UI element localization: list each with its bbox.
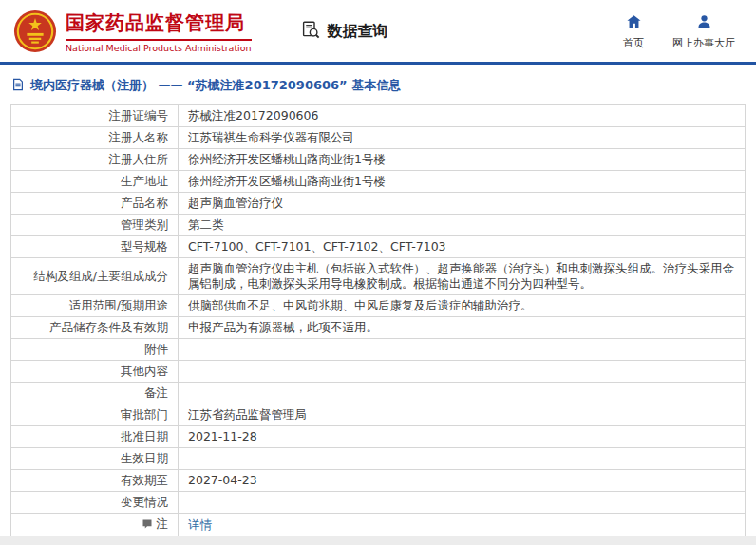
field-label: 有效期至 [11, 470, 179, 492]
field-value: 江苏瑞祺生命科学仪器有限公司 [179, 127, 746, 149]
field-value: 2027-04-23 [179, 470, 746, 492]
nav-home[interactable]: 首页 [623, 13, 644, 50]
brand-text: 国家药品监督管理局 National Medical Products Admi… [66, 10, 252, 53]
field-label: 注册证编号 [11, 105, 179, 127]
table-row: 注册人名称 江苏瑞祺生命科学仪器有限公司 [11, 127, 746, 149]
table-row: 有效期至 2027-04-23 [11, 470, 746, 492]
field-value [179, 492, 746, 514]
nav-service-hall[interactable]: 网上办事大厅 [672, 13, 735, 50]
field-label: 产品名称 [11, 193, 179, 215]
field-label: 批准日期 [11, 426, 179, 448]
field-value: 徐州经济开发区蟠桃山路商业街1号楼 [179, 171, 746, 193]
field-label: 备注 [11, 383, 179, 404]
data-query-title: 数据查询 [301, 20, 388, 44]
field-label: 生产地址 [11, 171, 179, 193]
table-row: 注册人住所 徐州经济开发区蟠桃山路商业街1号楼 [11, 149, 746, 171]
field-label: 管理类别 [11, 215, 179, 236]
field-value [179, 339, 746, 361]
detail-link[interactable]: 详情 [188, 517, 212, 532]
table-row: 其他内容 [11, 361, 746, 383]
site-header: 国家药品监督管理局 National Medical Products Admi… [0, 0, 756, 62]
nav-home-label: 首页 [623, 36, 644, 50]
nav-service-hall-label: 网上办事大厅 [672, 36, 735, 50]
field-label: 审批部门 [11, 404, 179, 426]
note-icon [142, 518, 153, 530]
field-value: 申报产品为有源器械，此项不适用。 [179, 317, 746, 339]
field-value: 2021-11-28 [179, 426, 746, 448]
field-label: 产品储存条件及有效期 [11, 317, 179, 339]
field-label: 结构及组成/主要组成成分 [11, 258, 179, 295]
field-value: 详情 [179, 514, 746, 537]
table-row: 结构及组成/主要组成成分 超声脑血管治疗仪由主机（包括嵌入式软件）、超声换能器（… [11, 258, 746, 295]
org-name-cn: 国家药品监督管理局 [66, 10, 252, 36]
data-query-label: 数据查询 [328, 22, 388, 42]
table-row: 生效日期 [11, 448, 746, 470]
field-label: 适用范围/预期用途 [11, 295, 179, 317]
data-query-icon [301, 20, 321, 44]
table-row: 附件 [11, 339, 746, 361]
brand-divider [66, 39, 252, 41]
table-row: 生产地址 徐州经济开发区蟠桃山路商业街1号楼 [11, 171, 746, 193]
field-value: CFT-7100、CFT-7101、CFT-7102、CFT-7103 [179, 236, 746, 258]
org-name-en: National Medical Products Administration [66, 43, 252, 53]
field-value: 徐州经济开发区蟠桃山路商业街1号楼 [179, 149, 746, 171]
field-label: 注 [11, 514, 179, 537]
field-label: 其他内容 [11, 361, 179, 383]
header-nav: 首页 网上办事大厅 [623, 13, 741, 50]
field-label: 注册人名称 [11, 127, 179, 149]
field-value: 第二类 [179, 215, 746, 236]
breadcrumb: 境内医疗器械（注册） —— “苏械注准20172090606” 基本信息 [0, 65, 756, 104]
note-label-text: 注 [157, 517, 169, 532]
document-icon [11, 78, 25, 94]
field-label: 型号规格 [11, 236, 179, 258]
field-value: 超声脑血管治疗仪由主机（包括嵌入式软件）、超声换能器（治疗头）和电刺激探头组成。… [179, 258, 746, 295]
table-row: 产品名称 超声脑血管治疗仪 [11, 193, 746, 215]
registration-info-table: 注册证编号 苏械注准20172090606 注册人名称 江苏瑞祺生命科学仪器有限… [10, 104, 746, 537]
table-row: 产品储存条件及有效期 申报产品为有源器械，此项不适用。 [11, 317, 746, 339]
field-value: 超声脑血管治疗仪 [179, 193, 746, 215]
table-row: 批准日期 2021-11-28 [11, 426, 746, 448]
home-icon [626, 13, 642, 32]
field-value [179, 383, 746, 404]
table-row: 审批部门 江苏省药品监督管理局 [11, 404, 746, 426]
field-label: 生效日期 [11, 448, 179, 470]
table-row-note: 注 详情 [11, 514, 746, 537]
field-label: 附件 [11, 339, 179, 361]
field-label: 注册人住所 [11, 149, 179, 171]
breadcrumb-text: 境内医疗器械（注册） —— “苏械注准20172090606” 基本信息 [30, 77, 401, 94]
field-value [179, 361, 746, 383]
field-label: 变更情况 [11, 492, 179, 514]
table-row: 型号规格 CFT-7100、CFT-7101、CFT-7102、CFT-7103 [11, 236, 746, 258]
field-value: 江苏省药品监督管理局 [179, 404, 746, 426]
person-icon [696, 13, 712, 32]
footer-strip [0, 536, 756, 545]
national-emblem-logo [13, 9, 57, 53]
table-row: 备注 [11, 383, 746, 404]
field-value [179, 448, 746, 470]
table-row: 管理类别 第二类 [11, 215, 746, 236]
field-value: 苏械注准20172090606 [179, 105, 746, 127]
table-row: 变更情况 [11, 492, 746, 514]
table-row: 注册证编号 苏械注准20172090606 [11, 105, 746, 127]
table-row: 适用范围/预期用途 供脑部供血不足、中风前兆期、中风后康复及后遗症的辅助治疗。 [11, 295, 746, 317]
field-value: 供脑部供血不足、中风前兆期、中风后康复及后遗症的辅助治疗。 [179, 295, 746, 317]
brand-logo-link[interactable]: 国家药品监督管理局 National Medical Products Admi… [13, 9, 252, 53]
